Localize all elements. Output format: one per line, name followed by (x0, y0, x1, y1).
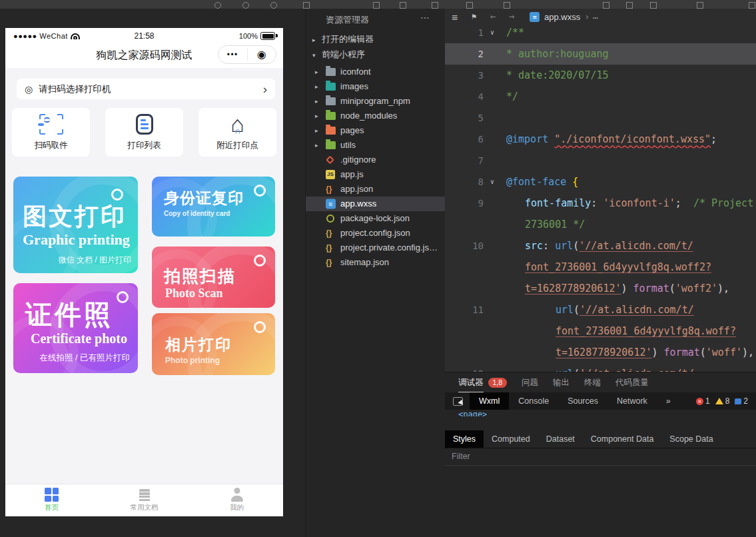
code-line[interactable]: 8∨@font-face { (445, 171, 756, 193)
devtools-tab-5[interactable]: » (657, 392, 680, 410)
toolbar-icon[interactable] (650, 2, 657, 9)
toolbar-icon[interactable] (626, 2, 633, 9)
back-icon[interactable]: ← (490, 11, 496, 21)
inspector-tab-3[interactable]: Dataset (538, 430, 583, 448)
chevron-down-icon: ▾ (312, 48, 316, 63)
inspector-tab-2[interactable]: Computed (484, 430, 538, 448)
bookmark-icon[interactable]: ⚑ (472, 12, 476, 21)
tab-item-2[interactable]: 常用文档 (98, 484, 190, 516)
toolbar-icon[interactable] (504, 2, 510, 9)
quick-action-card[interactable]: 扫码取件 (12, 108, 90, 157)
debugger-panel-tab-4[interactable]: 终端 (584, 377, 601, 388)
feature-card-idcard[interactable]: 身份证复印Copy of identity card (152, 177, 275, 237)
printer-picker[interactable]: ◎ 请扫码选择打印机 › (17, 79, 275, 99)
toolbar-icon[interactable] (242, 2, 249, 9)
quick-action-card[interactable]: 打印列表 (105, 108, 183, 157)
tree-item-.gitignore[interactable]: .gitignore (306, 153, 445, 167)
toolbar-icon[interactable] (603, 2, 609, 9)
tree-item-project.config.json[interactable]: {}project.config.json (306, 226, 445, 241)
tree-item-pages[interactable]: ▸pages (306, 123, 445, 138)
inspector-tab-5[interactable]: Scope Data (661, 430, 721, 448)
inspector-tab-1[interactable]: Styles (445, 430, 484, 448)
toolbar-icon[interactable] (303, 2, 310, 9)
code-line[interactable]: 5 (445, 107, 756, 129)
code-text: @font-face { (506, 171, 578, 193)
debugger-panel-tab-3[interactable]: 输出 (553, 377, 569, 388)
toolbar-icon[interactable] (373, 2, 380, 9)
toolbar-icon[interactable] (697, 2, 703, 9)
tree-item-packagelock.json[interactable]: package-lock.json (306, 211, 445, 226)
chevron-right-icon: ▸ (315, 94, 318, 109)
tab-item-3[interactable]: 我的 (190, 484, 283, 516)
breadcrumb-file-name[interactable]: app.wxss (544, 12, 580, 22)
styles-filter-input[interactable]: Filter (445, 448, 756, 466)
code-line[interactable]: 2* author:houguang (445, 43, 756, 65)
tree-item-utils[interactable]: ▸utils (306, 138, 445, 153)
open-editors-section[interactable]: ▸ 打开的编辑器 (306, 32, 445, 47)
breadcrumb-more[interactable]: … (593, 11, 599, 21)
devtools-tab-4[interactable]: Network (607, 392, 657, 410)
tree-item-app.js[interactable]: JSapp.js (306, 167, 445, 182)
toolbar-icon[interactable] (270, 2, 277, 9)
ring-decoration-icon (111, 189, 123, 201)
inspect-element-icon[interactable] (453, 397, 463, 406)
toolbar-icon[interactable] (214, 2, 221, 9)
info-counter[interactable]: 2 (735, 396, 748, 406)
exit-target-icon[interactable]: ◉ (248, 46, 276, 63)
toolbar-icon[interactable] (400, 2, 406, 9)
toolbar-icon[interactable] (432, 2, 438, 9)
feature-card-photo[interactable]: 相片打印Photo printing (152, 313, 275, 375)
warning-counter[interactable]: 8 (715, 396, 730, 406)
code-line[interactable]: font_2736001_6d4yyvlfg8q.woff2? (445, 257, 756, 278)
chevron-right-icon: ▸ (315, 123, 318, 138)
project-root-section[interactable]: ▾ 前端小程序 (306, 47, 445, 62)
devtools-tab-3[interactable]: Sources (558, 392, 607, 410)
code-line[interactable]: 11url('//at.alicdn.com/t/ (445, 299, 756, 320)
toolbar-icon[interactable] (466, 2, 473, 9)
tree-item-images[interactable]: ▸images (306, 79, 445, 94)
code-text: t=1628778920612') format('woff2'), (525, 278, 729, 299)
tree-item-nodemodules[interactable]: ▸node_modules (306, 109, 445, 123)
devtools-tab-2[interactable]: Console (509, 392, 558, 410)
tree-item-sitemap.json[interactable]: {}sitemap.json (306, 255, 445, 270)
feature-card-cert[interactable]: 证件照Certificate photo在线拍照 / 已有照片打印 (13, 283, 138, 373)
error-counter[interactable]: 1 (696, 396, 710, 406)
toolbar-icon[interactable] (749, 2, 755, 9)
forward-icon[interactable]: → (509, 11, 514, 21)
code-line[interactable]: 9font-family: 'iconfont-i'; /* Project i (445, 193, 756, 214)
debugger-panel-tab-2[interactable]: 问题 (522, 377, 538, 388)
code-line[interactable]: 12url('//at.alicdn.com/t/ (445, 363, 756, 372)
more-icon[interactable]: ••• (218, 47, 247, 63)
tree-item-app.json[interactable]: {}app.json (306, 182, 445, 197)
devtools-tab-1[interactable]: Wxml (470, 392, 509, 410)
tab-item-1[interactable]: 首页 (5, 484, 98, 516)
code-line[interactable]: t=1628778920612') format('woff'), (445, 342, 756, 363)
fold-chevron-icon[interactable]: ∨ (490, 22, 494, 43)
code-line[interactable]: t=1628778920612') format('woff2'), (445, 278, 756, 299)
explorer-more-icon[interactable]: ⋯ (420, 12, 430, 23)
breadcrumb-separator: › (584, 11, 589, 22)
tree-item-project.private.config.js[interactable]: {}project.private.config.js… (306, 241, 445, 255)
tree-item-app.wxss[interactable]: ≡app.wxss (306, 197, 445, 211)
wxml-element-node[interactable]: <page> (458, 410, 487, 416)
tree-item-miniprogramnpm[interactable]: ▸miniprogram_npm (306, 94, 445, 109)
code-editor: ≡ ⚑ ← → ≡ app.wxss › … 1∨/**2* author:ho… (445, 9, 756, 372)
code-line[interactable]: font_2736001_6d4yyvlfg8q.woff? (445, 320, 756, 342)
code-line[interactable]: 6@import "./iconfont/iconfont.wxss"; (445, 129, 756, 150)
code-line[interactable]: 3* date:2020/07/15 (445, 65, 756, 86)
feature-card-graphic[interactable]: 图文打印Graphic printing微信 文档 / 图片打印 (13, 177, 138, 273)
code-line[interactable]: 1∨/** (445, 22, 756, 43)
code-line[interactable]: 4*/ (445, 86, 756, 107)
code-text: font_2736001_6d4yyvlfg8q.woff2? (525, 257, 711, 278)
debugger-panel-tab-5[interactable]: 代码质量 (615, 377, 649, 388)
inspector-tab-4[interactable]: Component Data (583, 430, 662, 448)
code-line[interactable]: 2736001 */ (445, 214, 756, 235)
debugger-panel-tab-1[interactable]: 调试器1,8 (458, 377, 507, 388)
quick-action-card[interactable]: ⌂∩附近打印点 (198, 108, 276, 157)
code-line[interactable]: 7 (445, 150, 756, 171)
fold-chevron-icon[interactable]: ∨ (490, 171, 494, 193)
feature-card-scan[interactable]: 拍照扫描Photo Scan (152, 247, 275, 308)
tree-item-iconfont[interactable]: ▸iconfont (306, 65, 445, 79)
code-line[interactable]: 10src: url('//at.alicdn.com/t/ (445, 235, 756, 257)
debugger-panel: 调试器1,8问题输出终端代码质量 WxmlConsoleSourcesNetwo… (445, 372, 756, 537)
